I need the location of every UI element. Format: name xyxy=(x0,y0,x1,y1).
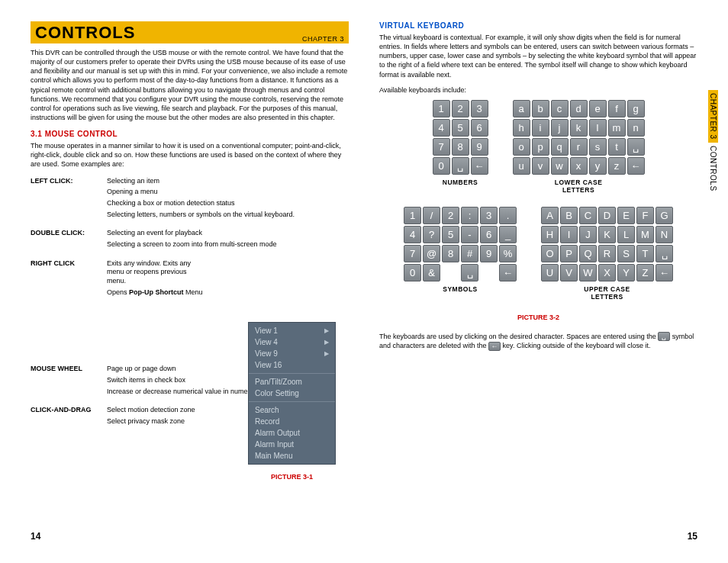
menu-item[interactable]: Search xyxy=(249,404,335,416)
keyboard-key[interactable]: Y xyxy=(617,264,635,282)
keyboard-key[interactable]: K xyxy=(598,226,616,243)
keyboard-key[interactable]: 3 xyxy=(471,100,488,117)
keyboard-key[interactable]: m xyxy=(608,119,626,137)
space-key[interactable]: ␣ xyxy=(656,245,673,262)
keyboard-key[interactable]: 4 xyxy=(433,119,450,137)
keyboard-key[interactable]: l xyxy=(589,119,607,137)
keyboard-key[interactable]: F xyxy=(636,207,654,224)
keyboard-key[interactable]: S xyxy=(617,245,635,262)
keyboard-key[interactable]: x xyxy=(570,157,588,175)
keyboard-key[interactable]: 2 xyxy=(452,100,469,117)
keyboard-key[interactable]: . xyxy=(499,207,517,224)
keyboard-key[interactable]: V xyxy=(560,264,578,282)
keyboard-key[interactable]: p xyxy=(532,138,549,156)
keyboard-key[interactable]: T xyxy=(636,245,654,262)
keyboard-key[interactable]: P xyxy=(560,245,578,262)
keyboard-key[interactable]: X xyxy=(598,264,616,282)
keyboard-key[interactable]: a xyxy=(513,100,530,117)
keyboard-key[interactable]: 9 xyxy=(471,138,488,156)
keyboard-key[interactable]: A xyxy=(541,207,559,224)
keyboard-key[interactable]: 3 xyxy=(480,207,498,224)
keyboard-key[interactable]: v xyxy=(532,157,549,175)
keyboard-key[interactable]: y xyxy=(589,157,607,175)
menu-item[interactable]: Main Menu xyxy=(249,450,335,462)
keyboard-key[interactable]: W xyxy=(579,264,597,282)
keyboard-key[interactable]: R xyxy=(598,245,616,262)
keyboard-key[interactable]: I xyxy=(560,226,578,243)
keyboard-key[interactable]: j xyxy=(551,119,569,137)
backspace-key[interactable]: ← xyxy=(656,264,673,282)
keyboard-key[interactable]: 1 xyxy=(433,100,450,117)
keyboard-key[interactable]: t xyxy=(608,138,626,156)
keyboard-key[interactable]: o xyxy=(513,138,530,156)
menu-item[interactable]: Pan/Tilt/Zoom xyxy=(249,376,335,388)
menu-item[interactable]: View 4▶ xyxy=(249,336,335,348)
keyboard-key[interactable]: 7 xyxy=(433,138,450,156)
keyboard-key[interactable]: c xyxy=(551,100,569,117)
keyboard-key[interactable]: O xyxy=(541,245,559,262)
keyboard-key[interactable]: 6 xyxy=(471,119,488,137)
keyboard-key[interactable]: n xyxy=(627,119,645,137)
keyboard-key[interactable]: u xyxy=(513,157,530,175)
keyboard-key[interactable]: & xyxy=(423,264,440,282)
keyboard-key[interactable]: 1 xyxy=(404,207,421,224)
keyboard-key[interactable]: @ xyxy=(423,245,440,262)
keyboard-key[interactable]: / xyxy=(423,207,440,224)
keyboard-key[interactable]: q xyxy=(551,138,569,156)
menu-item[interactable]: Record xyxy=(249,416,335,427)
menu-item[interactable]: Alarm Output xyxy=(249,427,335,439)
backspace-key[interactable]: ← xyxy=(627,157,645,175)
keyboard-key[interactable]: s xyxy=(589,138,607,156)
keyboard-key[interactable]: : xyxy=(461,207,478,224)
keyboard-key[interactable]: B xyxy=(560,207,578,224)
menu-item[interactable]: View 9▶ xyxy=(249,348,335,359)
keyboard-key[interactable]: U xyxy=(541,264,559,282)
keyboard-key[interactable]: 4 xyxy=(404,226,421,243)
keyboard-key[interactable]: L xyxy=(617,226,635,243)
keyboard-key[interactable]: 8 xyxy=(442,245,459,262)
keyboard-key[interactable]: h xyxy=(513,119,530,137)
keyboard-key[interactable]: Q xyxy=(579,245,597,262)
keyboard-key[interactable]: Z xyxy=(636,264,654,282)
keyboard-key[interactable]: w xyxy=(551,157,569,175)
menu-item[interactable]: Color Setting xyxy=(249,388,335,399)
keyboard-key[interactable]: 5 xyxy=(442,226,459,243)
keyboard-key[interactable]: G xyxy=(656,207,673,224)
keyboard-key[interactable]: 0 xyxy=(404,264,421,282)
keyboard-key[interactable]: r xyxy=(570,138,588,156)
keyboard-key[interactable]: 9 xyxy=(480,245,498,262)
keyboard-key[interactable]: _ xyxy=(499,226,517,243)
menu-item[interactable]: Alarm Input xyxy=(249,439,335,450)
keyboard-key[interactable]: J xyxy=(579,226,597,243)
keyboard-key[interactable]: % xyxy=(499,245,517,262)
keyboard-key[interactable]: d xyxy=(570,100,588,117)
keyboard-key[interactable]: g xyxy=(627,100,645,117)
keyboard-key[interactable]: z xyxy=(608,157,626,175)
menu-item[interactable]: View 1▶ xyxy=(249,325,335,336)
keyboard-key[interactable]: N xyxy=(656,226,673,243)
keyboard-key[interactable]: D xyxy=(598,207,616,224)
keyboard-key[interactable]: 7 xyxy=(404,245,421,262)
space-key[interactable]: ␣ xyxy=(461,264,478,282)
menu-item[interactable]: View 16 xyxy=(249,359,335,371)
keyboard-key[interactable]: # xyxy=(461,245,478,262)
space-key[interactable]: ␣ xyxy=(627,138,645,156)
keyboard-key[interactable]: f xyxy=(608,100,626,117)
keyboard-key[interactable]: e xyxy=(589,100,607,117)
keyboard-key[interactable]: H xyxy=(541,226,559,243)
keyboard-key[interactable]: k xyxy=(570,119,588,137)
keyboard-key[interactable]: M xyxy=(636,226,654,243)
space-key[interactable]: ␣ xyxy=(452,157,469,175)
keyboard-key[interactable]: ? xyxy=(423,226,440,243)
keyboard-key[interactable]: 8 xyxy=(452,138,469,156)
keyboard-key[interactable]: 0 xyxy=(433,157,450,175)
keyboard-key[interactable]: i xyxy=(532,119,549,137)
keyboard-key[interactable]: b xyxy=(532,100,549,117)
keyboard-key[interactable]: 5 xyxy=(452,119,469,137)
backspace-key[interactable]: ← xyxy=(471,157,488,175)
keyboard-key[interactable]: 6 xyxy=(480,226,498,243)
keyboard-key[interactable]: - xyxy=(461,226,478,243)
keyboard-key[interactable]: 2 xyxy=(442,207,459,224)
keyboard-key[interactable]: E xyxy=(617,207,635,224)
keyboard-key[interactable]: C xyxy=(579,207,597,224)
